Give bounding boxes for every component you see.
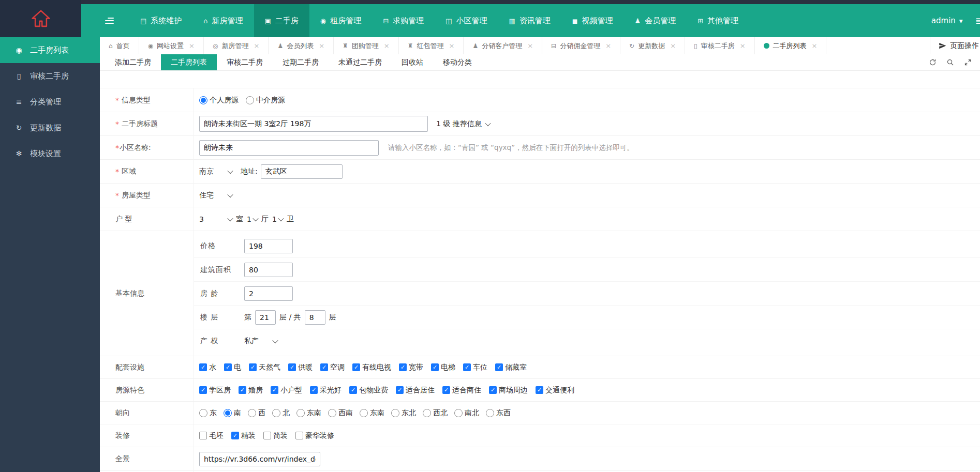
checkbox-option[interactable]: ✓水 — [199, 363, 216, 372]
property-rights-select[interactable]: 私产 — [244, 337, 277, 346]
tab-close-icon[interactable]: × — [740, 42, 746, 50]
nav-item[interactable]: ♟会员管理 — [624, 4, 687, 37]
radio-option[interactable]: 东北 — [391, 408, 416, 418]
tab-close-icon[interactable]: × — [605, 42, 611, 50]
checkbox-option[interactable]: ✓车位 — [463, 363, 487, 372]
checkbox-option[interactable]: ✓储藏室 — [495, 363, 527, 372]
nav-item[interactable]: ◉租房管理 — [309, 4, 372, 37]
nav-item[interactable]: ⌂新房管理 — [192, 4, 254, 37]
checkbox-option[interactable]: ✓供暖 — [288, 363, 313, 372]
price-input[interactable] — [244, 239, 293, 253]
checkbox-option[interactable]: ✓空调 — [320, 363, 345, 372]
checkbox-option[interactable]: ✓适合商住 — [442, 386, 481, 395]
tab[interactable]: 二手房列表× — [755, 37, 827, 54]
user-menu[interactable]: admin ▼ — [931, 16, 963, 25]
sidebar-item[interactable]: ≡分类管理 — [0, 89, 100, 115]
tab-close-icon[interactable]: × — [384, 42, 390, 50]
radio-option[interactable]: 西 — [248, 408, 265, 418]
house-age-input[interactable] — [244, 286, 293, 301]
radio-option[interactable]: 中介房源 — [246, 96, 285, 105]
tab-close-icon[interactable]: × — [527, 42, 533, 50]
radio-option[interactable]: 西南 — [328, 408, 353, 418]
page-actions-button[interactable]: 页面操作 — [930, 37, 980, 54]
tab[interactable]: ♜红包管理× — [399, 37, 464, 54]
tab[interactable]: ↻更新数据× — [620, 37, 685, 54]
nav-item[interactable]: ◼视频管理 — [561, 4, 624, 37]
floor-input[interactable] — [255, 310, 276, 325]
radio-option[interactable]: 东南 — [296, 408, 321, 418]
subtab[interactable]: 移动分类 — [433, 54, 482, 70]
checkbox-option[interactable]: ✓商场周边 — [489, 386, 528, 395]
radio-option[interactable]: 东 — [199, 408, 217, 418]
radio-option[interactable]: 东南 — [360, 408, 384, 418]
tab[interactable]: ▯审核二手房× — [685, 37, 755, 54]
radio-option[interactable]: 北 — [272, 408, 290, 418]
tab-close-icon[interactable]: × — [812, 42, 818, 50]
halls-select[interactable]: 1 — [247, 215, 258, 223]
checkbox-option[interactable]: ✓学区房 — [199, 386, 231, 395]
radio-option[interactable]: 个人房源 — [199, 96, 239, 105]
community-input[interactable] — [199, 140, 379, 156]
subtab[interactable]: 二手房列表 — [161, 54, 217, 70]
radio-option[interactable]: 东西 — [486, 408, 511, 418]
tab[interactable]: ♜团购管理× — [334, 37, 399, 54]
tab-close-icon[interactable]: × — [189, 42, 195, 50]
subtab[interactable]: 过期二手房 — [273, 54, 329, 70]
sidebar-item[interactable]: ▯审核二手房 — [0, 63, 100, 89]
checkbox-option[interactable]: ✓电梯 — [431, 363, 455, 372]
fullscreen-icon[interactable] — [964, 58, 972, 66]
subtab[interactable]: 未通过二手房 — [329, 54, 392, 70]
tab[interactable]: ⌂首页 — [100, 37, 139, 54]
menu-toggle-icon[interactable] — [105, 4, 114, 37]
tab-close-icon[interactable]: × — [319, 42, 324, 50]
area-input[interactable] — [244, 263, 293, 277]
address-input[interactable] — [261, 164, 343, 179]
city-select[interactable]: 南京 — [199, 167, 232, 176]
checkbox-option[interactable]: ✓宽带 — [399, 363, 423, 372]
checkbox-option[interactable]: ✓采光好 — [310, 386, 341, 395]
checkbox-option[interactable]: ✓有线电视 — [352, 363, 391, 372]
title-input[interactable] — [199, 116, 428, 132]
house-type-select[interactable]: 住宅 — [199, 191, 232, 200]
tab[interactable]: ◎新房管理× — [204, 37, 269, 54]
refresh-icon[interactable] — [929, 58, 937, 66]
tab[interactable]: ♟会员列表× — [269, 37, 334, 54]
topbar-more-icon[interactable]: ≣ — [975, 16, 980, 26]
checkbox-option[interactable]: ✓包物业费 — [349, 386, 388, 395]
rooms-select[interactable]: 3 — [199, 215, 232, 223]
radio-option[interactable]: 西北 — [423, 408, 448, 418]
nav-item[interactable]: ⊟求购管理 — [372, 4, 435, 37]
checkbox-option[interactable]: ✓精装 — [231, 431, 256, 440]
checkbox-option[interactable]: 简装 — [263, 431, 288, 440]
subtab[interactable]: 回收站 — [392, 54, 433, 70]
checkbox-option[interactable]: ✓电 — [224, 363, 241, 372]
tab[interactable]: ⊟分销佣金管理× — [542, 37, 620, 54]
panorama-input[interactable] — [199, 452, 320, 466]
nav-item[interactable]: ▣二手房 — [254, 4, 309, 37]
nav-item[interactable]: ⊞其他管理 — [687, 4, 749, 37]
recommend-level-select[interactable]: 1 级 推荐信息 — [436, 119, 490, 129]
subtab[interactable]: 添加二手房 — [105, 54, 161, 70]
nav-item[interactable]: ▥资讯管理 — [498, 4, 561, 37]
checkbox-option[interactable]: ✓适合居住 — [396, 386, 435, 395]
nav-item[interactable]: ◫小区管理 — [435, 4, 498, 37]
checkbox-option[interactable]: 毛坯 — [199, 431, 224, 440]
baths-select[interactable]: 1 — [272, 215, 283, 223]
tab-close-icon[interactable]: × — [449, 42, 455, 50]
sidebar-item[interactable]: ◉二手房列表 — [0, 37, 100, 63]
total-floors-input[interactable] — [305, 310, 325, 325]
radio-option[interactable]: 南 — [224, 408, 241, 418]
sidebar-item[interactable]: ↻更新数据 — [0, 115, 100, 141]
tab-close-icon[interactable]: × — [254, 42, 260, 50]
sidebar-item[interactable]: ✻模块设置 — [0, 141, 100, 166]
tab[interactable]: ♟分销客户管理× — [464, 37, 542, 54]
checkbox-option[interactable]: ✓婚房 — [239, 386, 263, 395]
search-icon[interactable] — [946, 58, 954, 66]
checkbox-option[interactable]: ✓小户型 — [271, 386, 302, 395]
checkbox-option[interactable]: 豪华装修 — [295, 431, 334, 440]
logo[interactable] — [0, 0, 81, 37]
radio-option[interactable]: 南北 — [454, 408, 479, 418]
nav-item[interactable]: ▤系统维护 — [129, 4, 192, 37]
tab-close-icon[interactable]: × — [670, 42, 676, 50]
checkbox-option[interactable]: ✓天然气 — [249, 363, 280, 372]
